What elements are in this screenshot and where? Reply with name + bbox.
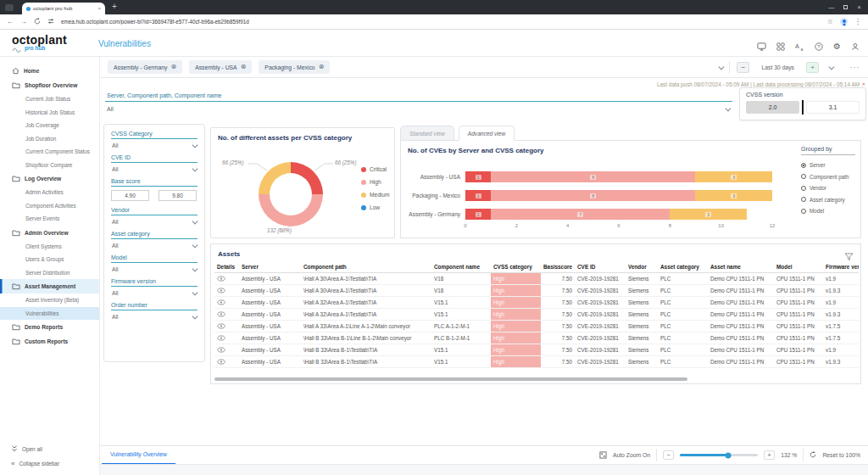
time-range-minus-button[interactable]: − [737, 62, 749, 73]
tab-search-icon[interactable] [5, 4, 14, 11]
auto-zoom-label[interactable]: Auto Zoom On [613, 452, 650, 458]
sidebar-item-current-job-status[interactable]: Current Job Status [0, 92, 99, 106]
browser-menu-icon[interactable]: ⋮ [854, 18, 861, 25]
sidebar-item-server-events[interactable]: Server Events [0, 212, 99, 226]
close-icon[interactable]: × [857, 3, 861, 11]
zoom-in-button[interactable]: + [764, 450, 775, 460]
column-header-component-path[interactable]: Component path [301, 261, 431, 273]
zoom-slider[interactable] [680, 454, 758, 456]
translate-icon[interactable]: Aa [795, 39, 804, 54]
details-eye-icon[interactable] [217, 348, 225, 354]
radio-button[interactable] [801, 209, 806, 214]
grouped-by-option-vendor[interactable]: Vendor [801, 182, 855, 194]
display-icon[interactable] [757, 39, 766, 54]
sidebar-item-job-coverage[interactable]: Job Coverage [0, 119, 99, 132]
sidebar-item-demo-reports[interactable]: Demo Reports [0, 320, 99, 334]
grouped-by-option-server[interactable]: Server [801, 159, 855, 171]
legend-item-low[interactable]: Low [361, 201, 389, 214]
filter-chip-assembly-germany[interactable]: Assembly - Germany⊗ [108, 60, 182, 74]
sidebar-item-vulnerabilities[interactable]: Vulnerabilities [0, 307, 99, 321]
minimize-icon[interactable]: — [828, 4, 834, 10]
tab-close-icon[interactable]: × [97, 6, 101, 11]
radio-button[interactable] [801, 174, 806, 179]
search-filter-dropdown[interactable]: All [105, 102, 732, 112]
column-header-firmware-vers[interactable]: Firmware vers [823, 261, 859, 273]
apps-grid-icon[interactable] [776, 39, 785, 54]
sidebar-item-admin-overview[interactable]: Admin Overview [0, 226, 99, 240]
column-header-cve-id[interactable]: CVE ID [575, 261, 626, 273]
grouped-by-option-component-path[interactable]: Component path [801, 171, 855, 183]
cvss-version-2-0-button[interactable]: 2.0 [746, 101, 799, 114]
filter-field-dropdown[interactable]: All [111, 239, 198, 250]
column-header-vendor[interactable]: Vendor [626, 261, 658, 273]
bar-segment-critical[interactable]: 1 [465, 190, 491, 201]
sidebar-item-component-activities[interactable]: Component Activities [0, 199, 99, 213]
collapse-sidebar-button[interactable]: « Collapse sidebar [0, 456, 99, 471]
refresh-icon[interactable] [34, 18, 41, 26]
back-icon[interactable]: ← [7, 19, 14, 25]
filter-field-dropdown[interactable]: All [111, 139, 198, 150]
bar-segment-high[interactable]: 7 [491, 209, 670, 220]
time-range-plus-button[interactable]: + [806, 62, 819, 73]
time-range-chevron-icon[interactable] [829, 64, 834, 69]
radio-button[interactable] [801, 197, 806, 202]
sidebar-item-log-overview[interactable]: Log Overview [0, 171, 99, 186]
tab-advanced-view[interactable]: Advanced view [459, 126, 515, 141]
sidebar-item-server-distribution[interactable]: Server Distribution [0, 266, 99, 280]
radio-button[interactable] [801, 163, 806, 168]
browser-profile-avatar[interactable] [840, 18, 848, 25]
details-eye-icon[interactable] [217, 288, 225, 294]
horizontal-scrollbar[interactable] [214, 377, 687, 381]
grouped-by-option-asset-category[interactable]: Asset category [801, 194, 855, 206]
chip-remove-icon[interactable]: ⊗ [319, 64, 325, 70]
new-tab-icon[interactable]: + [112, 2, 117, 11]
details-eye-icon[interactable] [217, 360, 225, 366]
bar-segment-critical[interactable]: 1 [465, 171, 491, 182]
filter-field-dropdown[interactable]: All [111, 287, 198, 298]
base-score-max-input[interactable]: 9.80 [159, 190, 197, 201]
sidebar-item-custom-reports[interactable]: Custom Reports [0, 334, 99, 349]
chip-remove-icon[interactable]: ⊗ [241, 64, 247, 70]
details-eye-icon[interactable] [217, 300, 225, 306]
column-header-server[interactable]: Server [239, 261, 301, 273]
open-all-button[interactable]: Open all [0, 442, 99, 456]
browser-tab[interactable]: octoplant pro hub × [22, 3, 105, 14]
filter-field-dropdown[interactable]: All [111, 310, 198, 321]
bar-segment-high[interactable]: 8 [491, 190, 695, 201]
sidebar-item-historical-job-status[interactable]: Historical Job Status [0, 106, 99, 120]
more-options-icon[interactable]: ··· [850, 64, 861, 71]
bar-segment-medium[interactable]: 3 [670, 209, 747, 220]
column-header-asset-category[interactable]: Asset category [658, 261, 708, 273]
column-header-component-name[interactable]: Component name [431, 261, 491, 273]
filter-chip-assembly-usa[interactable]: Assembly - USA⊗ [189, 60, 252, 74]
details-eye-icon[interactable] [217, 312, 225, 318]
page-tab-vulnerability-overview[interactable]: Vulnerability Overview [102, 446, 175, 465]
forward-icon[interactable]: → [20, 19, 27, 25]
bar-segment-critical[interactable]: 1 [465, 209, 491, 220]
zoom-slider-thumb[interactable] [726, 452, 732, 458]
grouped-by-option-model[interactable]: Model [801, 205, 855, 217]
details-eye-icon[interactable] [217, 324, 225, 330]
base-score-min-input[interactable]: 4.90 [111, 190, 149, 201]
reset-zoom-label[interactable]: Reset to 100% [822, 452, 860, 458]
filter-field-dropdown[interactable]: All [111, 263, 198, 274]
maximize-icon[interactable] [843, 5, 848, 9]
tab-standard-view[interactable]: Standard view [400, 126, 454, 141]
cvss-version-3-1-button[interactable]: 3.1 [806, 101, 860, 114]
time-range-label[interactable]: Last 30 days [761, 64, 794, 70]
chip-remove-icon[interactable]: ⊗ [170, 64, 176, 70]
settings-gear-icon[interactable]: ⚙ [833, 42, 841, 51]
help-icon[interactable]: ? [815, 39, 823, 54]
sidebar-item-home[interactable]: Home [0, 64, 99, 78]
sidebar-item-shopfloor-compare[interactable]: Shopfloor Compare [0, 159, 99, 172]
column-header-cvss-category[interactable]: CVSS category [491, 261, 541, 273]
bar-segment-high[interactable]: 8 [491, 171, 695, 182]
sidebar-item-client-systems[interactable]: Client Systems [0, 240, 99, 254]
sidebar-item-asset-inventory-beta[interactable]: Asset Inventory (Beta) [0, 293, 99, 307]
sidebar-item-current-component-status[interactable]: Current Component Status [0, 145, 99, 159]
legend-item-medium[interactable]: Medium [361, 188, 389, 201]
chips-expand-chevron-icon[interactable] [719, 64, 724, 69]
bookmark-star-icon[interactable]: ☆ [827, 18, 833, 25]
filter-chip-packaging-mexico[interactable]: Packaging - Mexico⊗ [259, 60, 330, 74]
column-header-asset-name[interactable]: Asset name [708, 261, 774, 273]
